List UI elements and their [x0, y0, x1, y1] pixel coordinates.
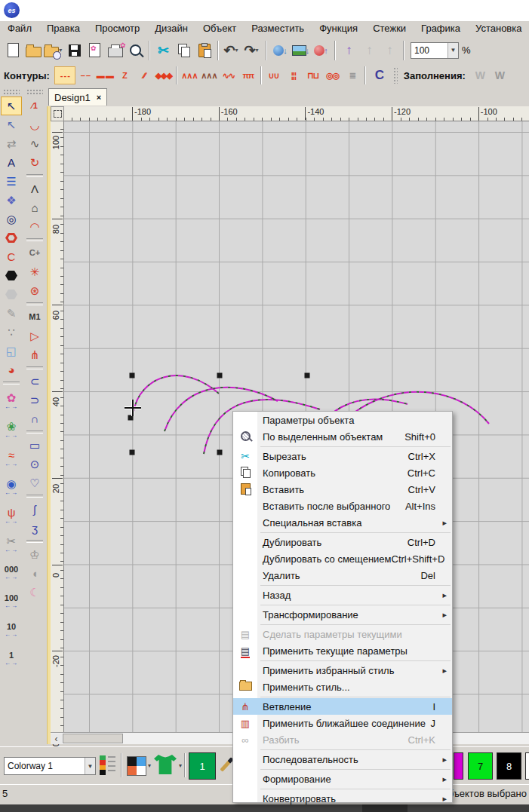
- flower-wheel-tool[interactable]: ✳: [24, 262, 45, 281]
- fill-style-1[interactable]: W: [470, 67, 490, 84]
- selection-handle[interactable]: [130, 373, 135, 378]
- menu-item-paste-after-selected[interactable]: Вставить после выбранногоAlt+Ins: [233, 498, 452, 514]
- output-button-1[interactable]: ↑: [359, 39, 380, 62]
- menu-Установка[interactable]: Установка: [468, 21, 529, 36]
- menu-Графика[interactable]: Графика: [414, 21, 468, 36]
- outline-style-dash-bold[interactable]: ▬ ▬: [95, 67, 115, 84]
- closed-polygon-tool[interactable]: ⌂: [24, 198, 45, 217]
- arc-digitize-tool[interactable]: ◡: [24, 115, 45, 134]
- redo-button[interactable]: ↷▾: [242, 39, 263, 62]
- outline-style-zigzag-dark[interactable]: ∧∧∧: [199, 67, 219, 84]
- menu-item-convert[interactable]: Конвертировать▸: [233, 790, 452, 807]
- menu-Просмотр[interactable]: Просмотр: [88, 21, 147, 36]
- outline-style-hatch[interactable]: ∕∕∕: [134, 67, 154, 84]
- quarter-circle-tool[interactable]: ◕: [1, 360, 22, 379]
- menu-item-apply-style[interactable]: Применить стиль...: [233, 679, 452, 695]
- menu-item-zoom-to-selected[interactable]: По выделенным объектамShift+0: [233, 428, 452, 445]
- thread-spool-tool[interactable]: ◉←→: [1, 473, 22, 501]
- cut-button[interactable]: ✂: [153, 39, 174, 62]
- menu-item-split[interactable]: ∞РазбитьCtrl+K: [233, 731, 452, 748]
- freehand-closed-tool[interactable]: ʒ: [24, 519, 45, 538]
- outline-style-zigzag-small[interactable]: ∧∧∧: [180, 67, 199, 84]
- scroll-left-icon[interactable]: ‹: [51, 734, 62, 744]
- menu-item-apply-closest-join[interactable]: ▥Применить ближайшее соединениеJ: [233, 715, 452, 731]
- menu-item-branching[interactable]: ⋔ВетвлениеI: [233, 698, 452, 715]
- toolbar-grip[interactable]: [393, 67, 398, 84]
- print-preview-button[interactable]: [125, 39, 146, 62]
- select-object-tool[interactable]: ↖: [1, 97, 22, 115]
- insert-design-button[interactable]: ↓: [270, 39, 291, 62]
- open-polyline-tool[interactable]: Λ: [24, 179, 45, 198]
- team-names-tool[interactable]: ☰: [1, 172, 22, 191]
- stipple-run-tool[interactable]: ∵: [1, 323, 22, 342]
- tab-close-icon[interactable]: ×: [97, 93, 101, 102]
- color-palette-icon[interactable]: [127, 756, 146, 776]
- rectangle-tool[interactable]: ▭: [24, 436, 45, 455]
- zoom-combo[interactable]: 100▼%: [411, 42, 471, 59]
- rotate-ellipse-tool[interactable]: ↻: [24, 153, 45, 172]
- value-100-tool[interactable]: 100←→: [1, 587, 22, 616]
- menu-item-object-properties[interactable]: Параметры объекта: [233, 412, 452, 428]
- selection-handle[interactable]: [130, 450, 135, 455]
- column-curve-tool[interactable]: ◠: [24, 217, 45, 236]
- chevron-down-icon[interactable]: ▼: [85, 758, 95, 774]
- branching-tool[interactable]: ⋔: [24, 345, 45, 364]
- scissors-spacing-tool[interactable]: ✂←→: [1, 530, 22, 559]
- insert-image-button[interactable]: ↓: [291, 39, 311, 62]
- ruler-corner-button[interactable]: [51, 106, 64, 121]
- knife-tool[interactable]: ✎: [1, 304, 22, 323]
- filled-hexagon-tool[interactable]: [1, 266, 22, 285]
- print-button[interactable]: ✿: [105, 39, 125, 62]
- arch-node-tool[interactable]: ∩: [24, 409, 45, 428]
- circle-plus-tool[interactable]: C+: [24, 244, 45, 262]
- plant-tool[interactable]: ❀←→: [1, 415, 22, 444]
- ellipse-tool[interactable]: ⊙: [24, 455, 45, 473]
- value-1-tool[interactable]: 1←→: [1, 645, 22, 673]
- striped-triangle-tool[interactable]: ▷: [24, 326, 45, 345]
- chevron-down-icon[interactable]: ▾: [179, 762, 182, 769]
- outline-style-square-wave[interactable]: ⊓⊔: [303, 67, 323, 84]
- menu-Правка[interactable]: Правка: [39, 21, 88, 36]
- menu-item-copy[interactable]: КопироватьCtrl+C: [233, 464, 452, 481]
- fork-spacing-tool[interactable]: ψ←→: [1, 501, 22, 530]
- double-arc-tool[interactable]: ∿: [24, 134, 45, 153]
- overlap-squares-tool[interactable]: ◱: [1, 342, 22, 360]
- color-swatch-partial[interactable]: [454, 752, 463, 780]
- value-10-tool[interactable]: 10←→: [1, 616, 22, 645]
- export-graphic-button[interactable]: ✿: [85, 39, 105, 62]
- morphing-tool[interactable]: ⇄: [1, 134, 22, 153]
- outline-style-blanket[interactable]: ≣: [343, 67, 362, 84]
- circle-knife-tool[interactable]: ◖: [24, 564, 45, 583]
- menu-item-apply-favorite-style[interactable]: Применить избранный стиль▸: [233, 662, 452, 679]
- arc-digitize-button[interactable]: C: [368, 67, 391, 84]
- product-tshirt-icon[interactable]: [154, 755, 177, 774]
- menu-item-make-params-current[interactable]: ▤Сделать параметры текущими: [233, 626, 452, 642]
- menu-item-sequence[interactable]: Последовательность▸: [233, 751, 452, 768]
- open-recent-button[interactable]: ▾: [44, 39, 64, 62]
- outline-style-diamonds[interactable]: ◆◆◆: [154, 67, 174, 84]
- zigzag-spacing-tool[interactable]: ≈←→: [1, 444, 22, 473]
- menu-item-transform[interactable]: Трансформирование▸: [233, 606, 452, 623]
- thread-colors-icon[interactable]: [100, 755, 116, 775]
- spoke-wheel-tool[interactable]: ⊛: [24, 281, 45, 300]
- outline-style-sketch[interactable]: ¦¦¦: [284, 67, 303, 84]
- menu-item-shaping[interactable]: Формирование▸: [233, 771, 452, 787]
- reshape-object-tool[interactable]: ↖: [1, 115, 22, 134]
- menu-item-paste-special[interactable]: Специальная вставка▸: [233, 514, 452, 531]
- menu-item-cut[interactable]: ✂ВырезатьCtrl+X: [233, 448, 452, 464]
- open-design-button[interactable]: [23, 39, 44, 62]
- crown-plus-tool[interactable]: ♔: [24, 545, 45, 564]
- selection-handle[interactable]: [217, 450, 223, 455]
- outline-style-comb[interactable]: ππ: [238, 67, 258, 84]
- new-document-button[interactable]: [3, 39, 23, 62]
- design-colors-button[interactable]: ↑: [311, 39, 331, 62]
- menu-Функция[interactable]: Функция: [312, 21, 365, 36]
- menu-item-apply-current-params[interactable]: ▤Применить текущие параметры: [233, 642, 452, 659]
- menu-Объект[interactable]: Объект: [195, 21, 244, 36]
- curve-left-tool[interactable]: ⊂: [24, 372, 45, 391]
- menu-Дизайн[interactable]: Дизайн: [147, 21, 195, 36]
- scrollbar-thumb[interactable]: [63, 734, 123, 743]
- menu-Разместить[interactable]: Разместить: [244, 21, 312, 36]
- color-swatch-7[interactable]: 7: [468, 752, 493, 780]
- rings-tool[interactable]: ◎: [1, 210, 22, 228]
